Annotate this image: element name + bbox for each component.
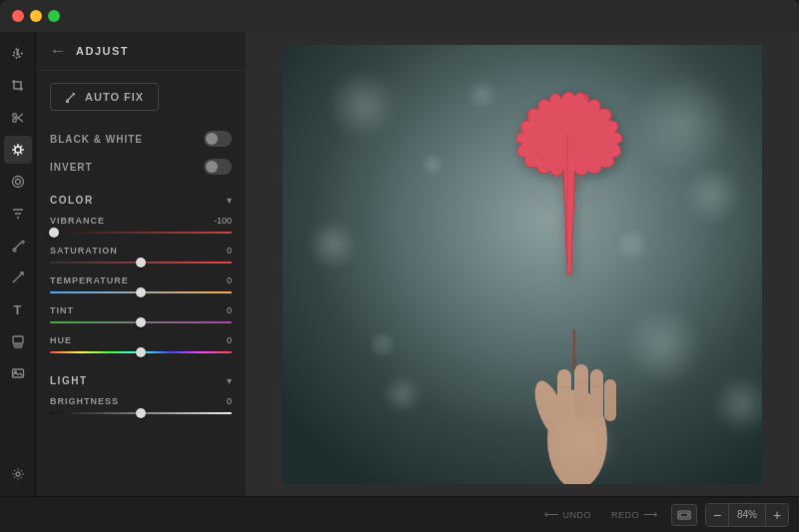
svg-point-29 <box>682 165 742 225</box>
filter-tool-button[interactable] <box>4 200 32 228</box>
vibrance-slider-row: VIBRANCE -100 <box>36 212 246 242</box>
main-layout: T ← ADJUST <box>0 32 799 496</box>
color-chevron-icon: ▾ <box>227 195 232 206</box>
effects-tool-button[interactable] <box>4 168 32 196</box>
adjust-tool-button[interactable] <box>4 136 32 164</box>
svg-line-12 <box>13 152 15 154</box>
black-white-thumb <box>206 133 218 145</box>
minimize-button[interactable] <box>30 10 42 22</box>
move-tool-button[interactable] <box>4 40 32 68</box>
svg-rect-48 <box>574 364 588 419</box>
svg-rect-50 <box>604 379 616 421</box>
invert-thumb <box>206 161 218 173</box>
svg-point-33 <box>467 80 497 110</box>
traffic-lights <box>12 10 60 22</box>
panel-title: ADJUST <box>76 45 129 57</box>
scissors-tool-button[interactable] <box>4 104 32 132</box>
settings-bottom-button[interactable] <box>4 460 32 488</box>
tint-slider-row: TINT 0 <box>36 301 246 331</box>
svg-point-35 <box>424 157 440 173</box>
brightness-thumb[interactable] <box>136 408 146 418</box>
zoom-level: 84% <box>728 504 766 526</box>
temperature-track[interactable] <box>50 291 232 293</box>
photo-container <box>283 45 762 484</box>
invert-toggle[interactable] <box>204 159 232 175</box>
svg-line-10 <box>20 152 22 154</box>
svg-point-14 <box>15 180 20 185</box>
light-chevron-icon: ▾ <box>227 375 232 386</box>
undo-button[interactable]: ⟵ UNDO <box>538 505 597 524</box>
zoom-in-button[interactable]: + <box>766 504 788 526</box>
bottom-bar: ⟵ UNDO REDO ⟶ − 84% + <box>0 496 799 532</box>
svg-point-13 <box>12 177 23 188</box>
canvas-area <box>246 32 799 496</box>
text-tool-button[interactable]: T <box>4 295 32 323</box>
color-section-header[interactable]: COLOR ▾ <box>36 185 246 212</box>
svg-point-30 <box>622 304 702 384</box>
light-section-header[interactable]: LIGHT ▾ <box>36 365 246 392</box>
invert-row: InveRT <box>36 153 246 181</box>
gallery-tool-button[interactable] <box>4 359 32 387</box>
svg-point-36 <box>620 233 644 257</box>
titlebar <box>0 0 799 32</box>
saturation-slider-row: SATURATION 0 <box>36 242 246 271</box>
icon-bar: T <box>0 32 36 496</box>
zoom-out-button[interactable]: − <box>706 504 728 526</box>
hue-thumb[interactable] <box>136 347 146 357</box>
svg-point-16 <box>13 249 16 252</box>
svg-point-28 <box>308 220 358 269</box>
temperature-thumb[interactable] <box>136 287 146 297</box>
black-white-toggle[interactable] <box>204 131 232 147</box>
line-tool-button[interactable] <box>4 264 32 291</box>
svg-rect-47 <box>557 369 571 419</box>
temperature-slider-row: TEMPERATURE 0 <box>36 271 246 301</box>
brightness-track[interactable] <box>50 412 232 414</box>
saturation-track[interactable] <box>50 262 232 264</box>
redo-button[interactable]: REDO ⟶ <box>605 505 663 524</box>
svg-rect-49 <box>590 369 603 419</box>
svg-line-17 <box>13 272 23 282</box>
tint-track[interactable] <box>50 321 232 323</box>
maximize-button[interactable] <box>48 10 60 22</box>
svg-rect-18 <box>13 336 23 343</box>
svg-point-0 <box>12 114 16 118</box>
panel-header: ← ADJUST <box>36 32 246 71</box>
hue-track[interactable] <box>50 351 232 353</box>
tint-thumb[interactable] <box>136 317 146 327</box>
vibrance-thumb[interactable] <box>49 228 59 238</box>
svg-point-31 <box>383 374 422 414</box>
close-button[interactable] <box>12 10 24 22</box>
photo-svg <box>283 45 762 484</box>
svg-line-9 <box>13 146 15 148</box>
panel-content: AUTO FIX BLACK & WHITE InveRT COLOR ▾ <box>36 71 246 496</box>
frame-button[interactable] <box>671 504 697 526</box>
svg-rect-53 <box>680 513 688 517</box>
auto-fix-button[interactable]: AUTO FIX <box>50 83 159 111</box>
back-button[interactable]: ← <box>50 42 66 60</box>
adjust-panel: ← ADJUST AUTO FIX BLACK & WHITE <box>36 32 246 496</box>
brightness-slider-row: BRIGHTNESS 0 <box>36 392 246 422</box>
svg-point-37 <box>373 334 393 354</box>
saturation-thumb[interactable] <box>136 258 146 267</box>
layers-tool-button[interactable] <box>4 327 32 355</box>
svg-point-26 <box>328 70 398 140</box>
zoom-controls: − 84% + <box>705 503 789 527</box>
vibrance-track[interactable] <box>50 232 232 234</box>
crop-tool-button[interactable] <box>4 72 32 100</box>
svg-point-24 <box>67 101 69 103</box>
svg-point-27 <box>632 75 732 175</box>
svg-line-11 <box>20 146 22 148</box>
hue-slider-row: HUE 0 <box>36 331 246 361</box>
brush-tool-button[interactable] <box>4 232 32 260</box>
svg-point-23 <box>16 472 20 476</box>
black-white-row: BLACK & WHITE <box>36 125 246 153</box>
svg-point-1 <box>12 119 16 123</box>
